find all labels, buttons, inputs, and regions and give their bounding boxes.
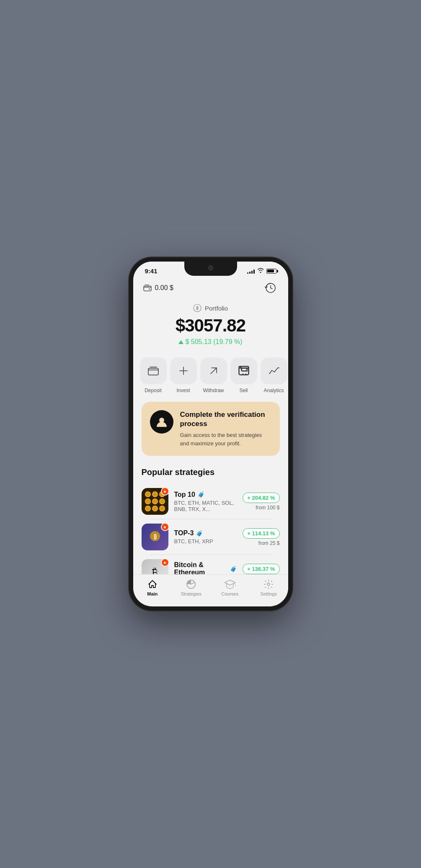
verification-avatar [150,410,173,434]
nav-strategies[interactable]: Strategies [172,579,211,596]
status-icons [247,268,276,274]
strategy-thumb-top3-wrap: ₿ ★ [142,524,168,550]
history-button[interactable] [263,280,278,295]
portfolio-change: $ 505.13 (19.79 %) [143,338,278,346]
strategy-returns-top3: + 114.13 % from 25 $ [243,528,279,546]
sell-label: Sell [239,388,248,393]
svg-text:₿: ₿ [196,306,198,311]
deposit-icon [140,357,167,384]
svg-rect-5 [148,368,158,375]
strategy-thumb-top10: ★ [142,488,168,515]
top3-icon: ₿ [146,528,164,546]
gear-icon [263,579,274,590]
strategy-name-top10: Top 10 🧳 [174,491,237,498]
sell-button[interactable]: Sell [230,357,257,393]
withdraw-button[interactable]: Withdraw [200,357,227,393]
nav-courses-label: Courses [221,591,238,596]
camera [208,265,213,270]
svg-marker-19 [225,580,235,585]
briefcase-icon-btceth: 🧳 [230,566,237,572]
verification-desc: Gain access to the best strategies and m… [180,431,271,447]
strategy-returns-top10: + 204.82 % from 100 $ [243,493,279,511]
portfolio-value: $3057.82 [143,316,278,336]
nav-settings[interactable]: Settings [249,579,288,596]
action-buttons: Deposit Invest Withdra [133,352,288,402]
phone-frame: 9:41 [129,257,292,611]
wallet-icon [143,285,152,291]
strategy-item-top10[interactable]: ★ Top 10 🧳 BTC, ETH, MATIC, SOL, BNB, TR… [142,484,280,519]
return-badge-top3: + 114.13 % [243,528,279,539]
sell-icon [230,357,257,384]
top-bar: 0.00 $ [133,277,288,300]
strategy-coins-top10: BTC, ETH, MATIC, SOL, BNB, TRX, X... [174,500,237,512]
svg-text:₿: ₿ [153,533,156,540]
status-time: 9:41 [145,267,158,275]
verification-card[interactable]: Complete the verification process Gain a… [142,402,280,456]
wallet-balance: 0.00 $ [143,284,173,292]
strategy-info-top10: Top 10 🧳 BTC, ETH, MATIC, SOL, BNB, TRX,… [174,491,237,512]
svg-point-1 [149,288,150,290]
nav-settings-label: Settings [260,591,277,596]
nav-strategies-label: Strategies [181,591,201,596]
strategy-coins-top3: BTC, ETH, XRP [174,538,237,544]
from-amount-top10: from 100 $ [243,505,279,511]
strategy-item-top3[interactable]: ₿ ★ TOP-3 🧳 BTC, ETH, XRP + 114.13 % fro… [142,519,280,555]
up-arrow-icon [178,340,183,344]
signal-icon [247,269,255,274]
portfolio-icon: ₿ [193,304,201,312]
person-icon [155,415,168,429]
invest-label: Invest [176,388,190,393]
withdraw-label: Withdraw [203,388,224,393]
briefcase-icon: 🧳 [198,491,204,498]
analytics-icon [261,357,287,384]
deposit-button[interactable]: Deposit [140,357,167,393]
nav-main[interactable]: Main [133,579,172,596]
battery-icon [266,269,276,274]
star-badge-top3: ★ [161,523,169,531]
screen: 9:41 [133,262,288,606]
portfolio-change-text: $ 505.13 (19.79 %) [185,338,242,346]
portfolio-text: Portfolio [205,305,228,312]
return-badge-btceth: + 136.37 % [243,564,279,574]
analytics-label: Analytics [263,388,284,393]
analytics-button[interactable]: Analytics [261,357,287,393]
strategy-info-top3: TOP-3 🧳 BTC, ETH, XRP [174,529,237,544]
bottom-nav: Main Strategies [133,574,288,606]
briefcase-icon-top3: 🧳 [196,530,203,537]
nav-main-label: Main [147,591,158,596]
notch [184,262,237,276]
svg-point-9 [242,374,243,375]
graduation-icon [225,579,235,590]
withdraw-icon [200,357,227,384]
portfolio-section: ₿ Portfolio $3057.82 $ 505.13 (19.79 %) [133,300,288,352]
history-icon [265,282,276,294]
deposit-label: Deposit [145,388,162,393]
pie-icon [186,579,196,590]
invest-button[interactable]: Invest [170,357,197,393]
wifi-icon [257,268,264,274]
svg-point-10 [245,374,246,375]
star-badge: ★ [161,487,169,496]
star-badge-btceth: ★ [161,558,169,567]
return-badge-top10: + 204.82 % [243,493,279,503]
verification-title: Complete the verification process [180,410,271,429]
from-amount-top3: from 25 $ [243,540,279,546]
verification-text: Complete the verification process Gain a… [180,410,271,447]
invest-icon [170,357,197,384]
svg-point-21 [267,583,270,586]
portfolio-label: ₿ Portfolio [143,304,278,312]
strategy-name-top3: TOP-3 🧳 [174,529,237,537]
home-icon [147,579,158,590]
wallet-amount: 0.00 $ [155,284,173,292]
svg-rect-0 [144,286,151,291]
section-title: Popular strategies [142,467,280,477]
nav-courses[interactable]: Courses [211,579,250,596]
